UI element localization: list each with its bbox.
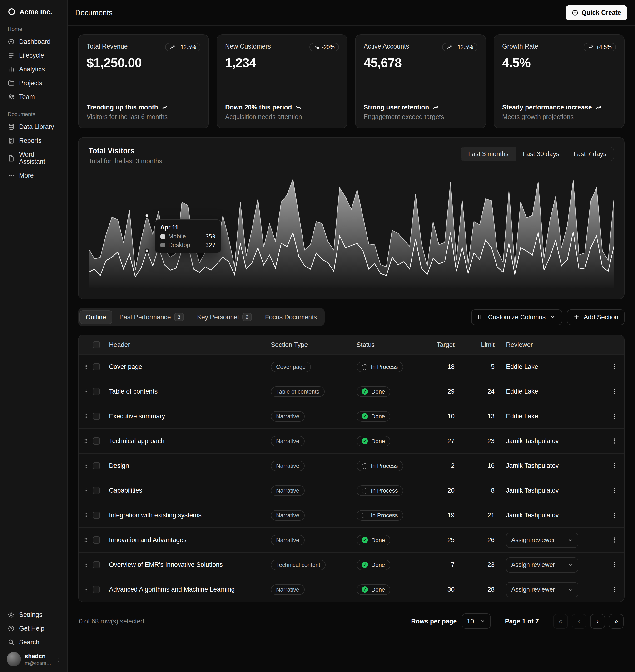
sidebar-footer-nav: Settings Get Help Search (4, 608, 63, 649)
drag-handle-icon[interactable] (79, 388, 93, 395)
rows-per-page-select[interactable]: 10 (461, 613, 490, 629)
table-row[interactable]: Table of contents Table of contents Done… (79, 379, 624, 404)
range-last-7-days[interactable]: Last 7 days (566, 147, 614, 161)
row-menu-button[interactable] (604, 561, 624, 568)
table-row[interactable]: Capabilities Narrative In Process 20 8 (79, 478, 624, 502)
sidebar-footer-item[interactable]: Get Help (4, 622, 63, 635)
row-menu-button[interactable] (604, 363, 624, 370)
col-reviewer: Reviewer (506, 341, 604, 348)
row-header-cell: Innovation and Advantages (109, 536, 271, 543)
drag-handle-icon[interactable] (79, 438, 93, 444)
row-menu-button[interactable] (604, 536, 624, 543)
status-badge: In Process (356, 361, 403, 372)
next-page-button[interactable]: › (590, 614, 605, 628)
assign-reviewer-select[interactable]: Assign reviewer (506, 557, 578, 572)
user-menu[interactable]: shadcn m@example.com (4, 649, 63, 666)
tab-key-personnel[interactable]: Key Personnel2 (191, 309, 258, 324)
main-area: Documents Quick Create Total Revenue +12… (68, 0, 635, 672)
row-checkbox[interactable] (93, 512, 100, 519)
row-menu-button[interactable] (604, 388, 624, 395)
assign-reviewer-select[interactable]: Assign reviewer (506, 532, 578, 547)
limit-cell: 16 (466, 462, 506, 469)
plus-circle-icon (571, 9, 578, 16)
table-row[interactable]: Integration with existing systems Narrat… (79, 502, 624, 527)
drag-handle-icon[interactable] (79, 537, 93, 543)
row-checkbox[interactable] (93, 412, 100, 420)
row-checkbox[interactable] (93, 586, 100, 593)
limit-cell: 26 (466, 536, 506, 543)
visitors-chart-card: Total Visitors Total for the last 3 mont… (78, 137, 625, 299)
quick-create-button[interactable]: Quick Create (565, 5, 627, 20)
table-row[interactable]: Overview of EMR's Innovative Solutions T… (79, 552, 624, 577)
area-chart[interactable]: Apr 11 Mobile 350 Desktop 327 (89, 173, 614, 288)
sidebar-item-label: Get Help (19, 625, 44, 632)
row-checkbox[interactable] (93, 363, 100, 370)
table-row[interactable]: Executive summary Narrative Done 10 13 (79, 404, 624, 428)
user-name: shadcn (25, 653, 52, 660)
row-menu-button[interactable] (604, 462, 624, 469)
row-checkbox[interactable] (93, 462, 100, 469)
trending-up-icon (588, 44, 594, 50)
drag-handle-icon[interactable] (79, 413, 93, 419)
tab-past-performance[interactable]: Past Performance3 (113, 309, 190, 324)
first-page-button[interactable]: « (553, 614, 568, 628)
tab-outline[interactable]: Outline (80, 310, 112, 324)
table-row[interactable]: Cover page Cover page In Process 18 5 (79, 354, 624, 379)
table-row[interactable]: Technical approach Narrative Done 27 2 (79, 428, 624, 453)
status-badge: Done (356, 386, 390, 397)
row-menu-button[interactable] (604, 512, 624, 519)
sidebar-item[interactable]: Projects (4, 76, 63, 90)
sidebar-item[interactable]: Data Library (4, 120, 63, 134)
sidebar-item[interactable]: Lifecycle (4, 48, 63, 62)
stat-card-value: 1,234 (225, 56, 339, 70)
drag-handle-icon[interactable] (79, 364, 93, 370)
row-menu-button[interactable] (604, 487, 624, 494)
tooltip-mobile-value: 350 (206, 233, 216, 240)
brand[interactable]: Acme Inc. (4, 5, 63, 19)
row-checkbox[interactable] (93, 487, 100, 494)
sidebar-item[interactable]: Word Assistant (4, 148, 63, 169)
row-checkbox[interactable] (93, 561, 100, 568)
drag-handle-icon[interactable] (79, 512, 93, 518)
sidebar-footer-item[interactable]: Search (4, 635, 63, 649)
row-checkbox[interactable] (93, 438, 100, 445)
range-last-3-months[interactable]: Last 3 months (461, 147, 516, 161)
tab-focus-documents[interactable]: Focus Documents (259, 310, 323, 324)
tab-list: Outline Past Performance3 Key Personnel2… (78, 308, 324, 326)
stat-card: Active Accounts +12.5% 45,678 Strong use… (355, 34, 486, 129)
select-all-checkbox[interactable] (93, 341, 100, 348)
target-cell: 7 (431, 561, 466, 568)
sidebar-item[interactable]: Team (4, 90, 63, 104)
table-row[interactable]: Innovation and Advantages Narrative Done… (79, 527, 624, 552)
table-body: Cover page Cover page In Process 18 5 (79, 354, 624, 602)
range-last-30-days[interactable]: Last 30 days (516, 147, 566, 161)
row-menu-button[interactable] (604, 412, 624, 420)
last-page-button[interactable]: » (609, 614, 623, 628)
sidebar-item[interactable]: Dashboard (4, 35, 63, 48)
user-more-icon[interactable] (56, 656, 61, 663)
limit-cell: 23 (466, 438, 506, 445)
drag-handle-icon[interactable] (79, 586, 93, 592)
limit-cell: 28 (466, 586, 506, 593)
sidebar: Acme Inc. Home Dashboard Lifecycle Analy… (0, 0, 68, 672)
table-row[interactable]: Design Narrative In Process 2 16 (79, 453, 624, 478)
table-row[interactable]: Advanced Algorithms and Machine Learning… (79, 577, 624, 602)
drag-handle-icon[interactable] (79, 562, 93, 568)
row-menu-button[interactable] (604, 438, 624, 445)
sidebar-item[interactable]: Reports (4, 134, 63, 148)
chevron-down-icon (567, 562, 573, 567)
sidebar-item[interactable]: More (4, 169, 63, 182)
add-section-button[interactable]: Add Section (567, 309, 625, 325)
sidebar-item[interactable]: Analytics (4, 62, 63, 76)
prev-page-button[interactable]: ‹ (572, 614, 587, 628)
row-checkbox[interactable] (93, 536, 100, 543)
row-menu-button[interactable] (604, 586, 624, 593)
range-toggle-group: Last 3 months Last 30 days Last 7 days (461, 147, 614, 161)
table-header-row: Header Section Type Status Target Limit … (79, 335, 624, 354)
drag-handle-icon[interactable] (79, 463, 93, 469)
drag-handle-icon[interactable] (79, 487, 93, 494)
sidebar-footer-item[interactable]: Settings (4, 608, 63, 622)
assign-reviewer-select[interactable]: Assign reviewer (506, 582, 578, 597)
row-checkbox[interactable] (93, 388, 100, 395)
customize-columns-button[interactable]: Customize Columns (472, 309, 563, 325)
